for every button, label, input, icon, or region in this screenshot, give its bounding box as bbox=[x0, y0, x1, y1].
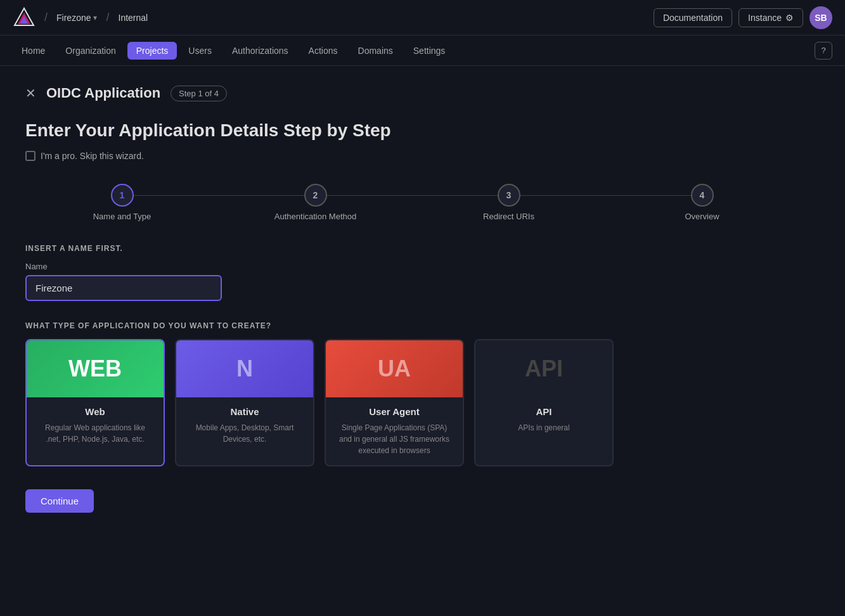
nav-projects[interactable]: Projects bbox=[127, 42, 177, 60]
ua-banner: UA bbox=[326, 340, 463, 397]
step-circle-2: 2 bbox=[304, 184, 327, 207]
step-label-3: Redirect URIs bbox=[483, 212, 534, 221]
app-type-grid: WEB Web Regular Web applications like .n… bbox=[25, 339, 799, 466]
pro-skip-row: I'm a pro. Skip this wizard. bbox=[25, 151, 799, 161]
app-type-label: WHAT TYPE OF APPLICATION DO YOU WANT TO … bbox=[25, 321, 799, 330]
main-content: ✕ OIDC Application Step 1 of 4 Enter You… bbox=[0, 66, 824, 532]
top-nav: / Firezone ▾ / Internal Documentation In… bbox=[0, 0, 845, 35]
native-desc: Mobile Apps, Desktop, Smart Devices, etc… bbox=[186, 422, 303, 445]
step-badge: Step 1 of 4 bbox=[171, 86, 227, 101]
api-title: API bbox=[486, 406, 602, 417]
nav-authorizations[interactable]: Authorizations bbox=[223, 42, 297, 60]
insert-name-label: INSERT A NAME FIRST. bbox=[25, 244, 799, 253]
continue-button[interactable]: Continue bbox=[25, 489, 94, 513]
step-4: 4 Overview bbox=[605, 184, 799, 221]
pro-skip-checkbox[interactable] bbox=[25, 151, 35, 161]
step-3: 3 Redirect URIs bbox=[412, 184, 605, 221]
secondary-nav: Home Organization Projects Users Authori… bbox=[0, 35, 845, 66]
nav-settings[interactable]: Settings bbox=[404, 42, 455, 60]
page-header: ✕ OIDC Application Step 1 of 4 bbox=[25, 85, 799, 101]
nav-right: Documentation Instance ⚙ SB bbox=[654, 6, 832, 29]
step-circle-4: 4 bbox=[691, 184, 714, 207]
ua-title: User Agent bbox=[336, 406, 453, 417]
app-card-native[interactable]: N Native Mobile Apps, Desktop, Smart Dev… bbox=[175, 339, 314, 466]
step-label-4: Overview bbox=[685, 212, 719, 221]
nav-users[interactable]: Users bbox=[179, 42, 221, 60]
instance-button[interactable]: Instance ⚙ bbox=[739, 8, 803, 27]
page-title: OIDC Application bbox=[46, 85, 160, 101]
firezone-logo bbox=[13, 6, 35, 29]
close-button[interactable]: ✕ bbox=[25, 86, 36, 101]
step-label-1: Name and Type bbox=[93, 212, 152, 221]
avatar[interactable]: SB bbox=[810, 6, 832, 29]
nav-domains[interactable]: Domains bbox=[349, 42, 402, 60]
name-field-label: Name bbox=[25, 262, 799, 271]
step-circle-3: 3 bbox=[498, 184, 520, 207]
web-desc: Regular Web applications like .net, PHP,… bbox=[37, 422, 153, 445]
native-title: Native bbox=[186, 406, 303, 417]
gear-icon: ⚙ bbox=[785, 13, 794, 23]
help-button[interactable]: ? bbox=[815, 42, 832, 60]
native-banner: N bbox=[176, 340, 313, 397]
breadcrumb-internal: Internal bbox=[119, 13, 148, 23]
app-card-api[interactable]: API API APIs in general bbox=[474, 339, 614, 466]
api-desc: APIs in general bbox=[486, 422, 602, 433]
logo-area: / Firezone ▾ / Internal bbox=[13, 6, 148, 29]
step-label-2: Authentication Method bbox=[274, 212, 356, 221]
wizard-heading: Enter Your Application Details Step by S… bbox=[25, 120, 799, 141]
api-banner: API bbox=[475, 340, 612, 397]
documentation-button[interactable]: Documentation bbox=[654, 8, 732, 27]
nav-actions[interactable]: Actions bbox=[300, 42, 347, 60]
step-2: 2 Authentication Method bbox=[219, 184, 412, 221]
step-circle-1: 1 bbox=[111, 184, 134, 207]
nav-home[interactable]: Home bbox=[13, 42, 54, 60]
pro-skip-label: I'm a pro. Skip this wizard. bbox=[41, 151, 144, 161]
web-banner: WEB bbox=[27, 340, 164, 397]
name-input[interactable] bbox=[25, 275, 222, 301]
app-card-ua[interactable]: UA User Agent Single Page Applications (… bbox=[325, 339, 464, 466]
ua-desc: Single Page Applications (SPA) and in ge… bbox=[336, 422, 453, 456]
nav-organization[interactable]: Organization bbox=[56, 42, 124, 60]
step-1: 1 Name and Type bbox=[25, 184, 219, 221]
chevron-icon: ▾ bbox=[93, 13, 97, 22]
app-card-web[interactable]: WEB Web Regular Web applications like .n… bbox=[25, 339, 165, 466]
web-title: Web bbox=[37, 406, 153, 417]
stepper: 1 Name and Type 2 Authentication Method … bbox=[25, 184, 799, 221]
breadcrumb-firezone[interactable]: Firezone ▾ bbox=[56, 13, 97, 23]
